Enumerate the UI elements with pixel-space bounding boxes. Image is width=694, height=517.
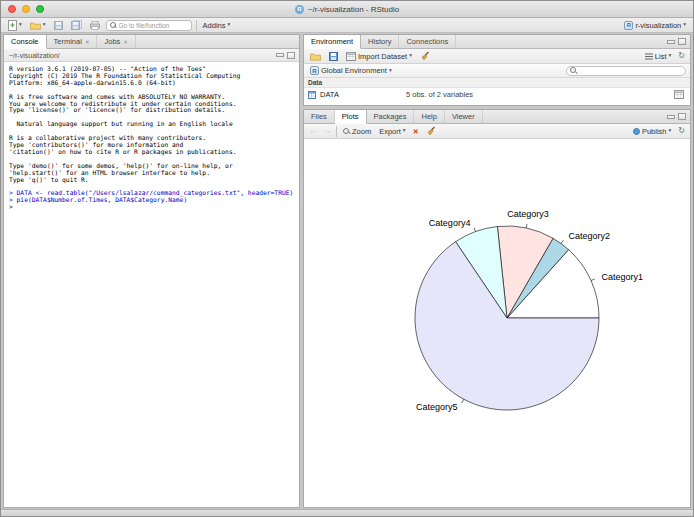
pie-label-tick bbox=[462, 399, 464, 403]
publish-plot-menu[interactable]: Publish ▾ bbox=[631, 126, 673, 137]
plots-pane: Files Plots Packages Help Viewer bbox=[303, 109, 691, 508]
environment-object-row[interactable]: DATA 5 obs. of 2 variables bbox=[304, 88, 690, 101]
chevron-down-icon: ▾ bbox=[669, 53, 672, 59]
save-button[interactable] bbox=[52, 20, 65, 31]
chevron-down-icon: ▾ bbox=[227, 22, 230, 28]
global-environment-menu[interactable]: R Global Environment ▾ bbox=[308, 65, 394, 76]
next-plot-button[interactable]: → bbox=[322, 127, 332, 135]
tab-help[interactable]: Help bbox=[414, 110, 444, 123]
chevron-down-icon: ▾ bbox=[389, 68, 392, 74]
object-name[interactable]: DATA bbox=[320, 90, 402, 99]
tab-viewer[interactable]: Viewer bbox=[445, 110, 483, 123]
environment-search-box[interactable] bbox=[566, 66, 686, 76]
tab-files[interactable]: Files bbox=[304, 110, 335, 123]
table-icon bbox=[346, 52, 356, 61]
broom-icon bbox=[420, 51, 430, 61]
list-icon bbox=[645, 53, 653, 60]
tab-plots[interactable]: Plots bbox=[335, 110, 367, 124]
import-dataset-button[interactable]: Import Dataset ▾ bbox=[344, 51, 414, 62]
refresh-environment-button[interactable]: ↻ bbox=[677, 52, 686, 60]
open-folder-icon bbox=[30, 21, 41, 30]
pie-label: Category3 bbox=[507, 209, 549, 219]
save-icon bbox=[54, 21, 63, 30]
clear-plots-button[interactable] bbox=[424, 125, 438, 137]
minimize-pane-icon[interactable] bbox=[667, 40, 675, 44]
environment-tabbar: Environment History Connections bbox=[304, 35, 690, 49]
data-section-label: Data bbox=[308, 79, 322, 86]
minimize-pane-icon[interactable] bbox=[276, 53, 284, 57]
rstudio-window: R ~/r-visualization - RStudio ▾ ▾ Addins bbox=[0, 0, 694, 517]
broom-icon bbox=[426, 126, 436, 136]
list-view-label: List bbox=[655, 52, 667, 61]
close-icon[interactable]: ✕ bbox=[85, 39, 90, 45]
addins-label: Addins bbox=[203, 21, 226, 30]
save-workspace-button[interactable] bbox=[327, 51, 340, 62]
tab-packages[interactable]: Packages bbox=[367, 110, 415, 123]
clear-environment-button[interactable] bbox=[418, 50, 432, 62]
rstudio-logo-icon: R bbox=[295, 5, 304, 14]
workspace: Console Terminal ✕ Jobs ✕ ~/r-visualizat… bbox=[1, 33, 693, 509]
chevron-down-icon: ▾ bbox=[19, 22, 22, 28]
goto-file-input[interactable] bbox=[119, 22, 189, 29]
tab-label: Environment bbox=[311, 37, 353, 46]
print-button[interactable] bbox=[88, 20, 102, 31]
list-view-menu[interactable]: List ▾ bbox=[643, 51, 673, 62]
pie-label-tick bbox=[561, 240, 563, 243]
close-icon[interactable]: ✕ bbox=[123, 39, 128, 45]
object-value: 5 obs. of 2 variables bbox=[406, 90, 473, 99]
console-output[interactable]: R version 3.6.1 (2019-07-05) -- "Action … bbox=[4, 62, 299, 507]
pane-window-buttons bbox=[667, 110, 690, 123]
environment-search-input[interactable] bbox=[579, 67, 679, 74]
project-name: r-visualization bbox=[635, 21, 681, 30]
tab-environment[interactable]: Environment bbox=[304, 35, 361, 49]
titlebar[interactable]: R ~/r-visualization - RStudio bbox=[1, 1, 693, 18]
new-file-button[interactable]: ▾ bbox=[6, 19, 24, 32]
goto-file-box[interactable] bbox=[106, 20, 192, 31]
tab-jobs[interactable]: Jobs ✕ bbox=[97, 35, 135, 48]
right-column: Environment History Connections bbox=[303, 34, 691, 508]
tab-terminal[interactable]: Terminal ✕ bbox=[47, 35, 98, 48]
export-plot-menu[interactable]: Export ▾ bbox=[377, 126, 407, 137]
plot-area: Category1Category2Category3Category4Cate… bbox=[304, 139, 690, 507]
tab-history[interactable]: History bbox=[361, 35, 399, 48]
maximize-pane-icon[interactable] bbox=[678, 38, 686, 45]
zoom-window-button[interactable] bbox=[36, 5, 44, 13]
remove-plot-button[interactable]: ✕ bbox=[412, 128, 420, 135]
new-file-icon bbox=[8, 20, 17, 31]
environment-body bbox=[304, 101, 690, 105]
tab-label: Help bbox=[421, 112, 436, 121]
pie-label: Category1 bbox=[602, 272, 644, 282]
plots-toolbar: ← → Zoom Export ▾ ✕ bbox=[304, 124, 690, 139]
tab-label: Console bbox=[11, 37, 39, 46]
console-line: > bbox=[9, 204, 294, 211]
open-file-button[interactable]: ▾ bbox=[28, 20, 48, 31]
previous-plot-button[interactable]: ← bbox=[308, 127, 318, 135]
view-table-icon bbox=[674, 90, 684, 99]
zoom-plot-button[interactable]: Zoom bbox=[341, 126, 373, 137]
addins-menu[interactable]: Addins ▾ bbox=[201, 20, 233, 31]
tab-console[interactable]: Console bbox=[4, 35, 47, 49]
window-bottom-edge bbox=[1, 509, 693, 516]
view-data-button[interactable] bbox=[672, 89, 686, 100]
refresh-plot-button[interactable]: ↻ bbox=[677, 127, 686, 135]
minimize-pane-icon[interactable] bbox=[667, 115, 675, 119]
maximize-pane-icon[interactable] bbox=[678, 113, 686, 120]
tab-connections[interactable]: Connections bbox=[399, 35, 456, 48]
working-directory[interactable]: ~/r-visualization/ bbox=[9, 52, 60, 59]
maximize-pane-icon[interactable] bbox=[287, 52, 295, 59]
toolbar-separator bbox=[196, 20, 197, 31]
chevron-down-icon: ▾ bbox=[409, 53, 412, 59]
close-window-button[interactable] bbox=[8, 5, 16, 13]
console-tabbar: Console Terminal ✕ Jobs ✕ bbox=[4, 35, 299, 49]
minimize-window-button[interactable] bbox=[22, 5, 30, 13]
project-menu[interactable]: R r-visualization ▾ bbox=[622, 20, 688, 31]
tab-label: Packages bbox=[374, 112, 407, 121]
console-line: 'citation()' on how to cite R or R packa… bbox=[9, 149, 294, 156]
pie-label-tick bbox=[591, 279, 595, 281]
environment-toolbar: Import Dataset ▾ List ▾ ↻ bbox=[304, 49, 690, 64]
zoom-icon bbox=[343, 128, 350, 135]
save-all-button[interactable] bbox=[69, 19, 84, 31]
load-workspace-button[interactable] bbox=[308, 51, 323, 62]
chevron-down-icon: ▾ bbox=[403, 128, 406, 134]
tab-label: Connections bbox=[406, 37, 448, 46]
